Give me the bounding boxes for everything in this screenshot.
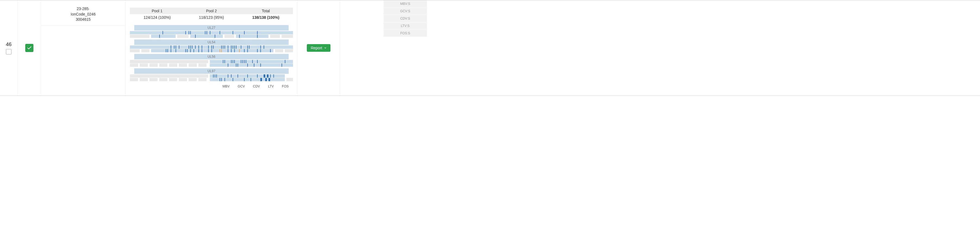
variant-bar xyxy=(171,49,171,52)
variant-bar xyxy=(195,35,196,38)
resistance-badge: LTV:S xyxy=(383,22,427,30)
variant-bar xyxy=(228,64,228,67)
variant-bar xyxy=(234,60,235,63)
variant-bar xyxy=(239,49,240,52)
variant-bar xyxy=(198,49,199,52)
variant-bar xyxy=(220,49,220,52)
resistance-badge: MBV:S xyxy=(383,0,427,8)
variant-bar xyxy=(257,31,258,34)
variant-bar xyxy=(166,49,166,52)
variant-bar xyxy=(282,64,282,67)
variant-bar xyxy=(192,45,192,49)
variant-bar xyxy=(236,64,236,67)
variant-bar xyxy=(228,45,228,49)
variant-bar xyxy=(246,60,246,63)
pool-header: Pool 2 xyxy=(184,8,239,14)
pool-column: Pool 1124/124 (100%) xyxy=(130,8,184,21)
variant-bar xyxy=(257,35,258,38)
variant-bar xyxy=(260,78,262,81)
variant-bar xyxy=(175,45,176,49)
variant-bar xyxy=(185,31,186,34)
variant-bar xyxy=(228,49,228,52)
variant-bar xyxy=(207,31,207,34)
variant-bar xyxy=(285,60,285,63)
variant-bar xyxy=(264,74,265,78)
variant-bar xyxy=(251,78,251,81)
variant-bar xyxy=(260,45,261,49)
coverage-segment xyxy=(130,64,138,67)
sample-id-block: 23-285· IonCode_0246 3004615 xyxy=(41,3,125,26)
gene-track: UL56 xyxy=(130,54,293,67)
sample-line: 23-285· xyxy=(41,6,125,12)
coverage-segment xyxy=(130,35,150,38)
coverage-segment xyxy=(198,64,207,67)
variant-bar xyxy=(244,31,245,34)
variant-bar xyxy=(228,74,228,78)
row-select-checkbox[interactable] xyxy=(6,49,11,55)
variant-bar xyxy=(237,74,238,78)
variant-bar xyxy=(231,74,232,78)
pool-column: Total138/138 (100%) xyxy=(239,8,293,21)
variant-bar xyxy=(244,78,245,81)
coverage-strip xyxy=(130,31,293,34)
actions-cell: Report xyxy=(298,0,340,96)
variant-bar xyxy=(213,45,213,49)
variant-bar xyxy=(244,49,245,52)
report-button[interactable]: Report xyxy=(307,44,330,52)
variant-bar xyxy=(210,31,210,34)
coverage-segment xyxy=(179,78,187,81)
variant-bar xyxy=(232,45,233,49)
variant-bar xyxy=(244,60,245,63)
gene-name: UL54 xyxy=(134,40,289,45)
variant-bar xyxy=(190,45,191,49)
coverage-segment xyxy=(140,64,148,67)
coverage-segment xyxy=(210,64,293,67)
variant-bar xyxy=(212,49,212,52)
report-button-label: Report xyxy=(311,46,322,50)
coverage-segment xyxy=(151,49,274,52)
variant-bar xyxy=(171,45,171,49)
resistance-badges: MBV:SGCV:SCDV:SLTV:SFOS:S xyxy=(383,0,427,96)
variant-bar xyxy=(224,45,225,49)
chevron-down-icon xyxy=(324,47,327,49)
variant-bar xyxy=(221,45,222,49)
variant-bar xyxy=(159,35,160,38)
coverage-strip xyxy=(130,74,293,78)
coverage-segment xyxy=(210,60,293,63)
variant-bar xyxy=(239,35,240,38)
variant-bar xyxy=(237,64,238,67)
drug-label: GCV xyxy=(238,85,245,88)
variant-bar xyxy=(179,45,179,49)
coverage-segment xyxy=(159,64,167,67)
gene-track: UL27 xyxy=(130,25,293,38)
variant-bar xyxy=(247,49,248,52)
gene-track: UL54 xyxy=(130,40,293,52)
coverage-strip xyxy=(130,60,293,63)
variant-bar xyxy=(213,74,213,78)
pool-value: 124/124 (100%) xyxy=(130,14,184,21)
coverage-segment xyxy=(198,78,207,81)
variant-bar xyxy=(267,74,269,78)
gene-name: UL27 xyxy=(134,25,289,30)
variant-bar xyxy=(190,31,191,34)
variant-bar xyxy=(189,31,189,34)
coverage-segment xyxy=(159,78,167,81)
variant-bar xyxy=(208,45,209,49)
coverage-segment xyxy=(150,64,158,67)
variant-bar xyxy=(190,49,191,52)
coverage-strip xyxy=(130,64,293,67)
coverage-segment xyxy=(140,78,148,81)
pool-stats: Pool 1124/124 (100%)Pool 2118/123 (95%)T… xyxy=(130,8,293,21)
coverage-segment xyxy=(130,60,208,63)
variant-bar xyxy=(174,45,175,49)
variant-bar xyxy=(242,60,243,63)
variant-bar xyxy=(260,64,261,67)
drug-label: CDV xyxy=(253,85,260,88)
variant-bar xyxy=(270,49,271,52)
variant-bar xyxy=(241,60,241,63)
variant-bar xyxy=(232,60,233,63)
variant-bar xyxy=(231,45,232,49)
variant-bar xyxy=(205,31,205,34)
spacer xyxy=(340,0,383,96)
variant-bar xyxy=(175,49,176,52)
